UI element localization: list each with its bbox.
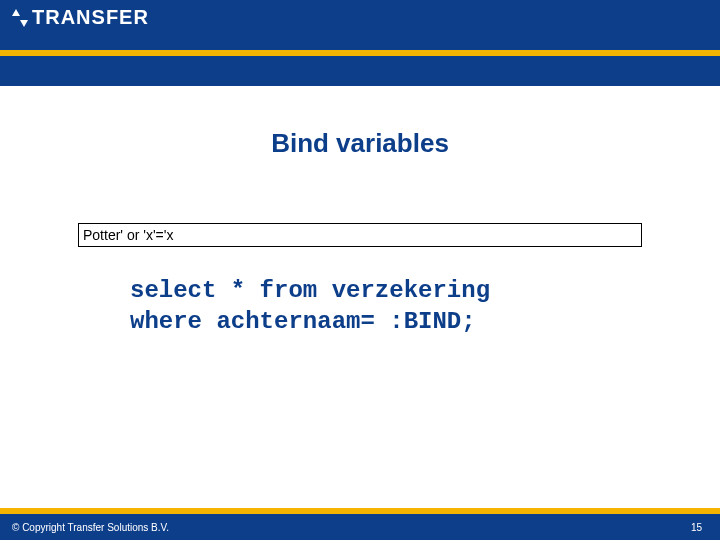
injection-input[interactable]: [78, 223, 642, 247]
copyright-text: © Copyright Transfer Solutions B.V.: [12, 522, 169, 533]
brand-logo: TRANSFER: [12, 6, 149, 29]
accent-bar: [0, 50, 720, 56]
code-line: where achternaam= :BIND;: [130, 308, 476, 335]
input-container: [78, 223, 642, 247]
header-bar: TRANSFER: [0, 0, 720, 56]
page-title: Bind variables: [0, 128, 720, 159]
code-line: select * from verzekering: [130, 277, 490, 304]
transfer-arrows-icon: [12, 8, 28, 28]
code-block: select * from verzekering where achterna…: [130, 275, 720, 337]
page-number: 15: [691, 522, 702, 533]
logo-text: TRANSFER: [32, 6, 149, 29]
subheader-bar: [0, 56, 720, 86]
footer-bar: © Copyright Transfer Solutions B.V. 15: [0, 514, 720, 540]
